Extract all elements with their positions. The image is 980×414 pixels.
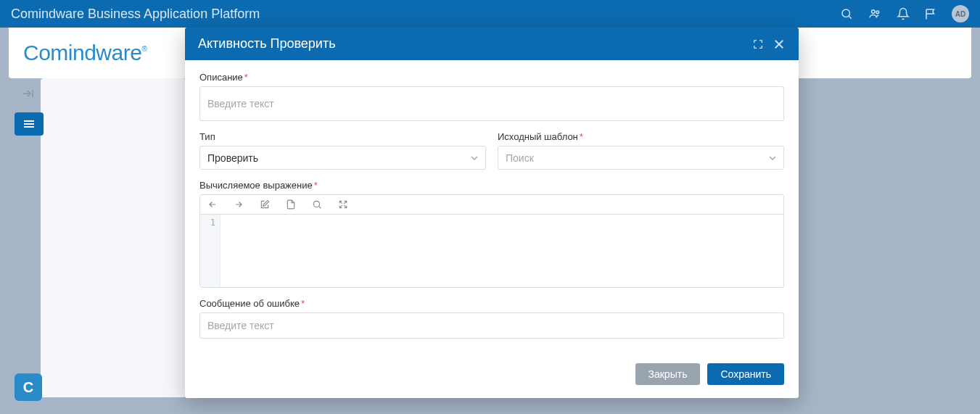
error-label: Сообщение об ошибке* <box>199 298 784 309</box>
svg-line-1 <box>849 16 851 18</box>
side-panel <box>41 78 186 397</box>
svg-point-3 <box>876 11 879 14</box>
chevron-down-icon <box>769 156 776 160</box>
type-select[interactable]: Проверить <box>199 146 486 170</box>
svg-point-2 <box>872 10 876 14</box>
template-placeholder: Поиск <box>506 152 534 164</box>
svg-line-11 <box>319 207 321 209</box>
edit-icon[interactable] <box>260 199 270 210</box>
app-badge[interactable]: C <box>15 373 42 401</box>
expression-label: Вычисляемое выражение* <box>199 180 784 191</box>
svg-point-0 <box>842 9 850 17</box>
description-label: Описание* <box>199 72 784 83</box>
modal-header: Активность Проверить <box>185 28 799 60</box>
topbar: Comindware Business Application Platform… <box>0 0 980 28</box>
collapse-icon[interactable] <box>22 88 35 99</box>
search-icon[interactable] <box>840 7 853 20</box>
file-icon[interactable] <box>286 199 296 210</box>
type-value: Проверить <box>207 152 258 164</box>
template-select[interactable]: Поиск <box>498 146 784 170</box>
code-area[interactable]: 1 <box>200 215 783 287</box>
close-button[interactable]: Закрыть <box>635 363 701 385</box>
topbar-icons: AD <box>840 5 969 22</box>
app-title: Comindware Business Application Platform <box>11 7 260 22</box>
modal: Активность Проверить Описание* Тип Прове… <box>185 28 799 398</box>
code-content[interactable] <box>221 215 783 287</box>
code-gutter: 1 <box>200 215 221 287</box>
save-button[interactable]: Сохранить <box>707 363 784 385</box>
code-editor: 1 <box>199 194 784 288</box>
back-icon[interactable] <box>207 199 218 210</box>
svg-point-10 <box>313 201 319 207</box>
chevron-down-icon <box>471 156 478 160</box>
template-label: Исходный шаблон* <box>498 131 784 142</box>
expand-icon[interactable] <box>752 38 764 50</box>
forward-icon[interactable] <box>234 199 244 210</box>
users-icon[interactable] <box>868 7 882 20</box>
avatar[interactable]: AD <box>952 5 969 22</box>
modal-body: Описание* Тип Проверить Исходный шаблон*… <box>185 60 799 353</box>
modal-footer: Закрыть Сохранить <box>185 353 799 398</box>
logo: Comindware® <box>23 41 147 65</box>
description-input[interactable] <box>199 86 784 121</box>
type-label: Тип <box>199 131 486 142</box>
maximize-icon[interactable] <box>338 199 348 210</box>
bell-icon[interactable] <box>897 7 910 20</box>
flag-icon[interactable] <box>924 7 937 20</box>
close-icon[interactable] <box>773 38 786 51</box>
modal-title: Активность Проверить <box>198 36 336 51</box>
code-toolbar <box>200 195 783 215</box>
menu-icon[interactable] <box>15 112 44 136</box>
search-code-icon[interactable] <box>312 199 322 210</box>
error-input[interactable] <box>199 312 784 339</box>
